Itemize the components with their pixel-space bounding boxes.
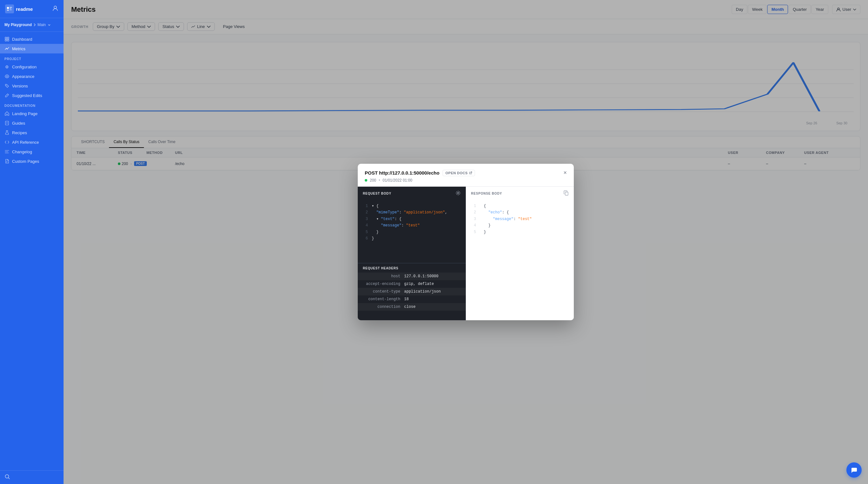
sidebar: readme My Playground Main	[0, 0, 64, 484]
sidebar-item-changelog[interactable]: Changelog	[0, 147, 64, 156]
header-key: content-type	[363, 289, 404, 294]
sidebar-nav: Dashboard Metrics PROJECT ⚙ Configuratio…	[0, 32, 64, 470]
svg-rect-9	[5, 39, 7, 41]
svg-rect-15	[5, 121, 8, 125]
sidebar-item-appearance[interactable]: Appearance	[0, 72, 64, 81]
modal-status-code: 200	[370, 178, 376, 182]
project-name: My Playground	[4, 23, 32, 27]
sidebar-item-label: Guides	[12, 121, 25, 125]
svg-rect-4	[9, 8, 11, 9]
svg-point-13	[6, 76, 8, 77]
svg-point-11	[6, 48, 7, 49]
header-key: connection	[363, 305, 404, 309]
modal-meta: 200 • 01/01/2022 01:00	[365, 178, 567, 182]
edit-icon	[4, 93, 9, 98]
list-icon	[4, 149, 9, 154]
request-body-code: 1▾ { 2 "mimeType": "application/json", 3…	[358, 200, 466, 263]
chat-button[interactable]	[846, 462, 862, 478]
header-row: content-type application/json	[358, 288, 466, 295]
svg-point-6	[54, 6, 57, 8]
header-value: application/json	[404, 289, 461, 294]
search-button[interactable]	[4, 474, 10, 481]
project-nav: My Playground Main	[0, 18, 64, 32]
chat-icon	[850, 466, 858, 474]
sidebar-item-label: Versions	[12, 84, 28, 88]
sidebar-item-label: Custom Pages	[12, 159, 39, 164]
sidebar-item-landing-page[interactable]: Landing Page	[0, 109, 64, 118]
svg-point-14	[6, 85, 7, 86]
status-dot-green	[365, 179, 367, 181]
sidebar-header: readme	[0, 0, 64, 18]
svg-rect-5	[9, 9, 12, 10]
response-body-header: RESPONSE BODY	[466, 187, 574, 200]
request-body-settings-button[interactable]	[456, 191, 461, 197]
modal-method: POST	[365, 170, 378, 175]
request-body-title: REQUEST BODY	[363, 192, 392, 195]
svg-rect-10	[7, 39, 9, 41]
svg-point-12	[7, 49, 8, 50]
svg-rect-23	[565, 192, 568, 195]
settings-icon: ⚙	[4, 64, 9, 69]
sidebar-item-custom-pages[interactable]: Custom Pages	[0, 156, 64, 166]
sidebar-item-label: API Reference	[12, 140, 39, 145]
external-link-icon	[469, 171, 472, 175]
sidebar-item-metrics[interactable]: Metrics	[0, 44, 64, 53]
sidebar-item-recipes[interactable]: Recipes	[0, 128, 64, 137]
branch-name: Main	[37, 23, 46, 27]
book-icon	[4, 120, 9, 125]
main-content: Metrics Day Week Month Quarter Year User	[64, 0, 868, 484]
sidebar-item-label: Recipes	[12, 131, 27, 135]
eye-icon	[4, 74, 9, 79]
tag-icon	[4, 83, 9, 88]
project-selector[interactable]: My Playground Main	[0, 21, 64, 29]
modal-header: POST http://127.0.0.1:50000/echo OPEN DO…	[358, 164, 574, 187]
sidebar-item-guides[interactable]: Guides	[0, 118, 64, 128]
copy-button[interactable]	[564, 191, 569, 197]
flask-icon	[4, 130, 9, 135]
svg-point-16	[5, 475, 9, 478]
header-value: gzip, deflate	[404, 282, 461, 286]
code-icon	[4, 140, 9, 145]
sidebar-item-label: Metrics	[12, 47, 25, 51]
response-body-title: RESPONSE BODY	[471, 192, 502, 195]
project-section-label: PROJECT	[0, 53, 64, 62]
header-row: content-length 18	[358, 295, 466, 303]
sidebar-item-versions[interactable]: Versions	[0, 81, 64, 91]
chart-icon	[4, 46, 9, 51]
sidebar-item-suggested-edits[interactable]: Suggested Edits	[0, 91, 64, 100]
sidebar-item-configuration[interactable]: ⚙ Configuration	[0, 62, 64, 72]
header-value: 127.0.0.1:50000	[404, 274, 461, 279]
svg-rect-7	[5, 37, 7, 39]
modal-close-button[interactable]: ×	[563, 170, 567, 176]
response-body-code: 1{ 2 "echo": { 3 "message": "test" 4 } 5…	[466, 200, 574, 320]
header-row: accept-encoding gzip, deflate	[358, 280, 466, 288]
header-key: content-length	[363, 297, 404, 302]
logo: readme	[5, 4, 33, 13]
sidebar-item-dashboard[interactable]: Dashboard	[0, 34, 64, 44]
header-row: connection close	[358, 303, 466, 311]
copy-icon	[564, 191, 569, 196]
svg-rect-3	[9, 7, 12, 8]
user-avatar-icon[interactable]	[52, 5, 58, 13]
response-body-panel: RESPONSE BODY 1{ 2 "echo": {	[466, 187, 574, 320]
gear-icon	[456, 191, 461, 196]
svg-point-22	[457, 192, 459, 194]
header-row: host 127.0.0.1:50000	[358, 273, 466, 280]
header-value: close	[404, 305, 461, 309]
documentation-section-label: DOCUMENTATION	[0, 100, 64, 109]
sidebar-item-label: Appearance	[12, 74, 34, 79]
request-detail-modal: POST http://127.0.0.1:50000/echo OPEN DO…	[358, 164, 574, 320]
open-docs-button[interactable]: OPEN DOCS	[442, 170, 475, 176]
modal-endpoint: POST http://127.0.0.1:50000/echo	[365, 170, 439, 175]
request-headers-title: REQUEST HEADERS	[358, 263, 466, 273]
sidebar-item-api-reference[interactable]: API Reference	[0, 137, 64, 147]
sidebar-search-area	[0, 470, 64, 484]
modal-overlay: POST http://127.0.0.1:50000/echo OPEN DO…	[64, 0, 868, 484]
svg-rect-1	[7, 7, 9, 9]
sidebar-item-label: Suggested Edits	[12, 93, 42, 98]
home-icon	[4, 111, 9, 116]
request-body-header: REQUEST BODY	[358, 187, 466, 200]
sidebar-item-label: Configuration	[12, 64, 36, 69]
request-headers-section: REQUEST HEADERS host 127.0.0.1:50000 acc…	[358, 263, 466, 320]
svg-rect-8	[7, 37, 9, 39]
